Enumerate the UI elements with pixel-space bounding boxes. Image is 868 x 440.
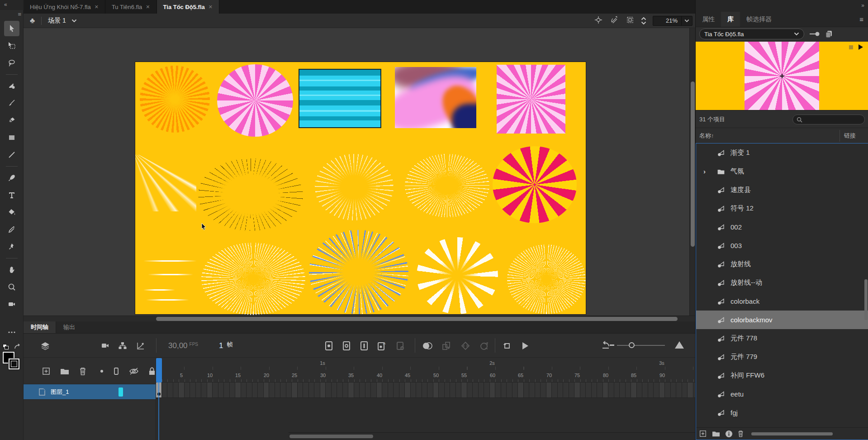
zoom-level-dropdown[interactable]: 21% — [653, 16, 693, 26]
stage-canvas[interactable] — [135, 62, 586, 314]
close-icon[interactable]: ✕ — [146, 4, 150, 10]
graphic-abstract-waves[interactable] — [395, 67, 476, 128]
insert-frame-button[interactable] — [358, 340, 370, 352]
highlight-layers-toggle[interactable] — [100, 369, 104, 373]
tab-properties[interactable]: 属性 — [696, 12, 721, 27]
new-library-panel-button[interactable] — [825, 30, 833, 38]
tab-library[interactable]: 库 — [721, 12, 740, 27]
graphic-faint-burst[interactable] — [315, 154, 394, 220]
layer-depth-button[interactable] — [135, 340, 147, 352]
graphic-red-yellow-swirl[interactable] — [493, 146, 577, 223]
library-item[interactable]: colorback — [696, 292, 868, 311]
show-layers-button[interactable] — [39, 340, 51, 352]
zoom-stepper[interactable] — [641, 17, 646, 24]
new-layer-button[interactable] — [42, 367, 51, 376]
new-folder-button[interactable] — [711, 430, 721, 437]
outline-view-toggle[interactable] — [113, 367, 119, 376]
panel-menu-icon[interactable]: ≡ — [859, 15, 863, 23]
delete-layer-button[interactable] — [79, 367, 87, 376]
tab-frame-picker[interactable]: 帧选择器 — [740, 12, 778, 27]
zoom-out-icon[interactable] — [610, 344, 614, 346]
tool-zoom[interactable] — [4, 279, 19, 295]
library-item-selected[interactable]: colorbackmov — [696, 311, 868, 329]
graphic-right-white-burst[interactable] — [507, 244, 586, 314]
frame-number-ruler[interactable]: 5 10 15 20 25 30 35 40 45 50 55 60 65 70… — [156, 370, 695, 383]
remove-frames-button[interactable] — [394, 340, 406, 352]
slider-knob[interactable] — [629, 342, 635, 348]
tab-timeline[interactable]: 时间轴 — [24, 321, 56, 333]
toolbar-menu-icon[interactable]: ≡ — [18, 11, 21, 18]
column-linkage-header[interactable]: 链接 — [844, 132, 856, 140]
library-item[interactable]: eetu — [696, 385, 868, 403]
tool-fluid-brush[interactable] — [4, 78, 19, 94]
library-item[interactable]: 003 — [696, 236, 868, 255]
insert-keyframe-button[interactable] — [323, 340, 335, 352]
create-classic-tween-button[interactable] — [460, 340, 471, 352]
library-document-dropdown[interactable]: Tia Tốc Độ5.fla — [699, 29, 804, 39]
graphic-white-starburst[interactable] — [201, 243, 305, 315]
seconds-ruler[interactable]: 1s 2s 3s — [156, 358, 695, 370]
library-item[interactable]: 002 — [696, 218, 868, 236]
scrollbar-thumb[interactable] — [289, 435, 373, 438]
stop-icon[interactable] — [849, 45, 853, 49]
current-frame-value[interactable]: 1 — [219, 341, 223, 350]
graphic-dark-speedlines[interactable] — [198, 158, 303, 231]
new-folder-button[interactable] — [60, 367, 70, 375]
tool-camera[interactable] — [4, 297, 19, 312]
doc-tab-2[interactable]: Tia Tốc Độ5.fla ✕ — [157, 0, 219, 14]
library-item-folder[interactable]: › 气氛 — [696, 162, 868, 181]
fps-value[interactable]: 30,00 — [168, 341, 188, 350]
collapse-panel-button[interactable]: « — [0, 0, 24, 10]
onion-skin-button[interactable] — [422, 340, 433, 352]
create-shape-tween-button[interactable] — [479, 340, 490, 352]
tool-hand[interactable] — [4, 262, 19, 277]
default-colors-icon[interactable] — [3, 344, 9, 349]
column-divider[interactable] — [840, 130, 840, 142]
library-item[interactable]: 放射线 — [696, 255, 868, 273]
library-vertical-scrollbar[interactable] — [864, 279, 868, 320]
more-tools-button[interactable] — [4, 325, 19, 340]
frames-area[interactable]: 1s 2s 3s 5 10 15 20 25 30 35 40 45 50 55… — [156, 358, 695, 440]
graphic-bold-white-sunburst[interactable] — [417, 237, 498, 314]
rotation-tool-button[interactable] — [609, 15, 619, 26]
library-horizontal-scrollbar[interactable] — [751, 432, 833, 435]
library-item[interactable]: 渐变 1 — [696, 143, 868, 162]
add-camera-button[interactable] — [100, 340, 111, 352]
library-item[interactable]: fgj — [696, 403, 868, 422]
delete-item-button[interactable] — [737, 430, 744, 438]
insert-blank-keyframe-button[interactable] — [341, 340, 352, 352]
tool-free-transform[interactable] — [4, 38, 19, 53]
play-button[interactable] — [519, 340, 531, 352]
timeline-zoom-slider[interactable] — [617, 345, 665, 346]
library-item[interactable]: 符号 12 — [696, 199, 868, 218]
item-properties-button[interactable] — [725, 430, 733, 438]
layer-color-chip[interactable] — [119, 387, 123, 397]
column-name-header[interactable]: 名称↑ — [699, 132, 714, 140]
auto-keyframe-button[interactable]: A — [376, 340, 388, 352]
tool-rectangle[interactable] — [4, 130, 19, 145]
playhead[interactable] — [156, 358, 162, 383]
play-icon[interactable] — [859, 44, 863, 50]
fill-color-swatch[interactable] — [9, 359, 19, 369]
zoom-in-frames-icon[interactable] — [675, 341, 684, 349]
tool-pen[interactable] — [4, 170, 19, 186]
empty-frames-area[interactable] — [156, 398, 695, 432]
stage-pasteboard[interactable] — [24, 28, 695, 321]
scrollbar-thumb[interactable] — [156, 317, 678, 321]
tool-lasso[interactable] — [4, 55, 19, 71]
graphic-horizontal-speedlines[interactable] — [143, 257, 198, 304]
tool-eraser[interactable] — [4, 113, 19, 128]
graphic-blue-starburst[interactable] — [309, 230, 408, 314]
tool-text[interactable] — [4, 187, 19, 203]
graphic-fine-white-burst[interactable] — [405, 154, 489, 217]
graphic-pink-starburst[interactable] — [497, 65, 565, 134]
swap-colors-icon[interactable] — [14, 344, 21, 350]
doc-tab-1[interactable]: Tu Tiên6.fla ✕ — [105, 0, 157, 14]
expand-folder-icon[interactable]: › — [703, 167, 706, 175]
tool-classic-brush[interactable] — [4, 96, 19, 111]
scene-label[interactable]: 场景 1 — [48, 17, 66, 25]
loop-playback-button[interactable] — [501, 340, 513, 352]
layer-row[interactable]: 图层_1 — [24, 384, 156, 400]
library-item-folder[interactable] — [696, 422, 868, 427]
graphic-cyan-stripes[interactable] — [299, 69, 381, 128]
